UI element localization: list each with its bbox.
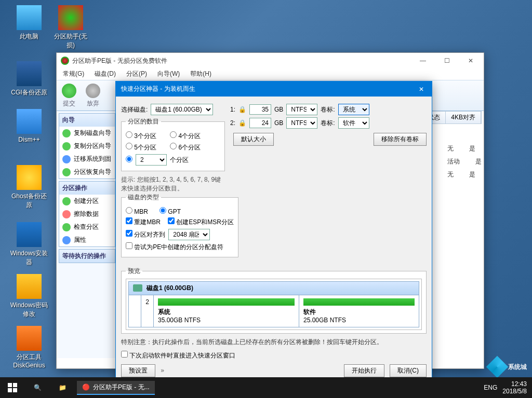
custom-unit: 个分区 [170, 156, 189, 164]
commit-button[interactable]: 提交 [62, 84, 76, 108]
execute-button[interactable]: 开始执行 [344, 364, 384, 377]
explorer-icon[interactable]: 📁 [50, 377, 75, 398]
tray-time[interactable]: 12:43 [502, 380, 527, 388]
op-wipe[interactable]: 擦除数据 [59, 208, 115, 221]
preview-group: 预览 磁盘1 (60.00GB) 2 系统35.00GB NTFS 软件25.0… [121, 267, 427, 334]
menu-general[interactable]: 常规(G) [61, 68, 86, 80]
taskbar: 🔍 📁 🔴分区助手PE版 - 无... ENG 12:43 2018/5/8 [0, 377, 532, 398]
menu-partition[interactable]: 分区(P) [124, 68, 149, 80]
opt-custom[interactable] [126, 156, 132, 164]
op-check[interactable]: 检查分区 [59, 221, 115, 234]
disk-icon [133, 284, 142, 292]
icon-password-reset[interactable]: Windows密码修改 [9, 274, 49, 319]
icon-windows-installer[interactable]: Windows安装器 [9, 222, 49, 267]
lock-icon: 🔒 [238, 119, 246, 127]
discard-button[interactable]: 放弃 [86, 84, 100, 108]
menu-disk[interactable]: 磁盘(D) [92, 68, 118, 80]
chk-align[interactable]: 分区对齐到 [126, 230, 165, 239]
icon-diskgenius[interactable]: 分区工具DiskGenius [9, 326, 49, 369]
partition-count-group: 分区的数目 3个分区 4个分区 5个分区 6个分区 2 个分区 [121, 117, 225, 171]
opt-mbr[interactable]: MBR [126, 207, 148, 215]
default-size-button[interactable]: 默认大小 [233, 133, 274, 146]
tray-date[interactable]: 2018/5/8 [502, 388, 527, 395]
row2-label-select[interactable]: 软件 [338, 117, 369, 129]
chk-rebuild-mbr[interactable]: 重建MBR [126, 217, 161, 227]
table-row: 无是 [447, 142, 482, 155]
row2-fs-select[interactable]: NTFS [286, 117, 317, 129]
menu-wizard[interactable]: 向导(W) [155, 68, 182, 80]
row1-label-select[interactable]: 系统 [338, 104, 369, 115]
opt-6[interactable]: 6个分区 [170, 143, 201, 152]
dialog-close-icon[interactable]: ✕ [416, 86, 427, 93]
custom-count-select[interactable]: 2 [136, 154, 167, 166]
taskbar-app[interactable]: 🔴分区助手PE版 - 无... [77, 381, 155, 395]
lock-icon: 🔒 [238, 106, 246, 113]
pending-header: 等待执行的操作 [59, 250, 115, 263]
wiz-recover[interactable]: 分区恢复向导 [59, 166, 115, 179]
type-legend: 磁盘的类型 [126, 193, 161, 202]
icon-this-pc[interactable]: 此电脑 [9, 5, 49, 41]
dialog-titlebar[interactable]: 快速分区神器 - 为装机而生 ✕ [116, 81, 432, 97]
align-select[interactable]: 2048 扇区 [168, 229, 210, 240]
minimize-button[interactable]: — [411, 53, 435, 68]
menubar: 常规(G) 磁盘(D) 分区(P) 向导(W) 帮助(H) [57, 68, 484, 80]
wiz-copy-disk[interactable]: 复制磁盘向导 [59, 127, 115, 140]
tray: ENG 12:43 2018/5/8 [484, 380, 532, 395]
remove-labels-button[interactable]: 移除所有卷标 [374, 133, 427, 146]
disk-label: 选择磁盘: [121, 105, 148, 114]
opt-4[interactable]: 4个分区 [170, 131, 201, 141]
preview-legend: 预览 [126, 267, 142, 276]
left-panel: 向导 复制磁盘向导 复制分区向导 迁移系统到固 分区恢复向导 分区操作 创建分区… [57, 111, 118, 358]
wiz-copy-partition[interactable]: 复制分区向导 [59, 140, 115, 153]
wizard-header: 向导 [59, 114, 115, 127]
dialog-title: 快速分区神器 - 为装机而生 [121, 85, 416, 93]
icon-cgi-backup[interactable]: CGI备份还原 [9, 61, 49, 97]
chk-try-pe[interactable]: 尝试为PE中创建的分区分配盘符 [126, 242, 223, 252]
row1-size-input[interactable] [249, 104, 271, 115]
window-title: 分区助手PE版 - 无损分区免费软件 [72, 57, 411, 65]
part-index-num: 2 [141, 295, 154, 327]
count-legend: 分区的数目 [126, 117, 161, 126]
icon-dism[interactable]: Dism++ [9, 109, 49, 143]
preview-part-2[interactable]: 软件25.00GB NTFS [299, 295, 419, 327]
cancel-button[interactable]: 取消(C) [390, 364, 427, 377]
table-row: 无是 [447, 168, 482, 181]
op-properties[interactable]: 属性 [59, 234, 115, 246]
preview-part-1[interactable]: 系统35.00GB NTFS [154, 295, 299, 327]
row1-fs-select[interactable]: NTFS [286, 104, 317, 115]
chevron-icon: » [161, 367, 164, 374]
menu-help[interactable]: 帮助(H) [188, 68, 214, 80]
titlebar[interactable]: 分区助手PE版 - 无损分区免费软件 — ☐ ✕ [57, 53, 484, 68]
row1-num: 1: [230, 106, 235, 113]
preset-button[interactable]: 预设置 [121, 364, 155, 377]
col-4kb[interactable]: 4KB对齐 [446, 112, 481, 123]
watermark: 系统城 [489, 359, 527, 375]
opt-5[interactable]: 5个分区 [126, 143, 156, 152]
icon-partition-assistant[interactable]: 分区助手(无损) [51, 5, 90, 50]
opt-gpt[interactable]: GPT [159, 207, 181, 215]
tray-lang[interactable]: ENG [484, 384, 497, 391]
wiz-migrate-os[interactable]: 迁移系统到固 [59, 153, 115, 166]
row2-size-input[interactable] [249, 118, 271, 128]
ops-header: 分区操作 [59, 182, 115, 195]
opt-3[interactable]: 3个分区 [126, 131, 156, 141]
chk-create-esp[interactable]: 创建ESP和MSR分区 [168, 217, 234, 227]
row2-num: 2: [230, 119, 235, 127]
part-index [129, 295, 141, 327]
count-hint: 提示: 您能按1, 2, 3, 4, 5, 6, 7, 8, 9键来快速选择分区… [121, 175, 225, 193]
close-button[interactable]: ✕ [459, 53, 483, 68]
search-icon[interactable]: 🔍 [25, 377, 50, 398]
app-icon [61, 57, 69, 65]
preview-disk-title: 磁盘1 (60.00GB) [128, 281, 419, 295]
disk-type-group: 磁盘的类型 MBR GPT 重建MBR 创建ESP和MSR分区 分区对齐到 20… [121, 193, 238, 257]
disk-select[interactable]: 磁盘1 (60.00GB) [151, 104, 213, 115]
icon-ghost-backup[interactable]: Ghost备份还原 [9, 165, 49, 210]
table-row: 活动是 [447, 155, 482, 168]
op-create[interactable]: 创建分区 [59, 195, 115, 208]
start-button[interactable] [0, 377, 25, 398]
quick-partition-dialog: 快速分区神器 - 为装机而生 ✕ 选择磁盘: 磁盘1 (60.00GB) 分区的… [115, 81, 432, 382]
table-rows: 无是 活动是 无是 [447, 142, 482, 181]
chk-next-open[interactable]: 下次启动软件时直接进入快速分区窗口 [121, 352, 235, 359]
maximize-button[interactable]: ☐ [435, 53, 459, 68]
warning-text: 特别注意：执行此操作后，当前所选磁盘上已经存在的所有分区将被删除！按回车键开始分… [121, 338, 427, 347]
